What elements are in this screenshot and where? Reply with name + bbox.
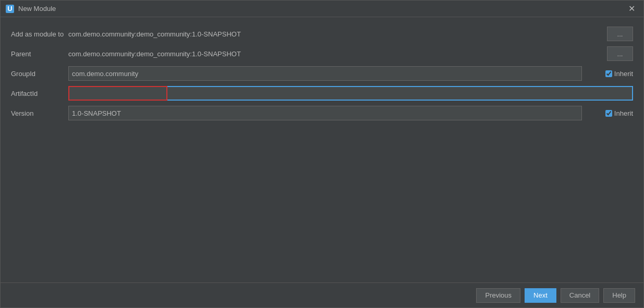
group-id-inherit-wrap: Inherit (586, 70, 633, 78)
version-input[interactable] (68, 106, 582, 120)
parent-label: Parent (11, 50, 68, 58)
parent-dots-button[interactable]: ... (607, 46, 633, 61)
group-id-row: GroupId Inherit (11, 65, 633, 82)
parent-value: com.demo.community:demo_community:1.0-SN… (68, 50, 603, 58)
version-row: Version Inherit (11, 105, 633, 121)
artifact-id-field-wrap (68, 86, 633, 101)
artifact-input-wrap (68, 86, 633, 101)
artifact-id-input[interactable] (68, 86, 633, 101)
help-button[interactable]: Help (603, 288, 635, 303)
version-inherit-checkbox[interactable] (605, 110, 612, 117)
new-module-dialog: U New Module ✕ Add as module to com.demo… (0, 0, 644, 308)
group-id-field-wrap: Inherit (68, 66, 633, 81)
group-id-input[interactable] (68, 66, 582, 81)
parent-row: Parent com.demo.community:demo_community… (11, 45, 633, 62)
dialog-title: New Module (18, 5, 56, 13)
group-id-inherit-checkbox[interactable] (605, 70, 612, 77)
title-bar: U New Module ✕ (1, 1, 643, 17)
artifact-id-row: ArtifactId (11, 85, 633, 102)
version-label: Version (11, 109, 68, 117)
add-as-module-value: com.demo.community:demo_community:1.0-SN… (68, 30, 603, 38)
dialog-footer: Previous Next Cancel Help (1, 282, 643, 307)
cancel-button[interactable]: Cancel (561, 288, 599, 303)
version-field-wrap: Inherit (68, 106, 633, 120)
next-button[interactable]: Next (525, 288, 556, 303)
add-as-module-dots-button[interactable]: ... (607, 27, 633, 41)
version-inherit-label: Inherit (614, 109, 633, 117)
add-as-module-field-wrap: com.demo.community:demo_community:1.0-SN… (68, 27, 633, 41)
title-bar-left: U New Module (6, 5, 56, 13)
parent-field-wrap: com.demo.community:demo_community:1.0-SN… (68, 46, 633, 61)
app-icon: U (6, 5, 14, 13)
previous-button[interactable]: Previous (476, 288, 520, 303)
group-id-label: GroupId (11, 70, 68, 78)
version-inherit-wrap: Inherit (586, 109, 633, 117)
dialog-content: Add as module to com.demo.community:demo… (1, 17, 643, 282)
add-as-module-label: Add as module to (11, 30, 68, 38)
group-id-inherit-label: Inherit (614, 70, 633, 78)
artifact-id-label: ArtifactId (11, 90, 68, 97)
close-button[interactable]: ✕ (625, 4, 638, 14)
add-as-module-row: Add as module to com.demo.community:demo… (11, 26, 633, 42)
